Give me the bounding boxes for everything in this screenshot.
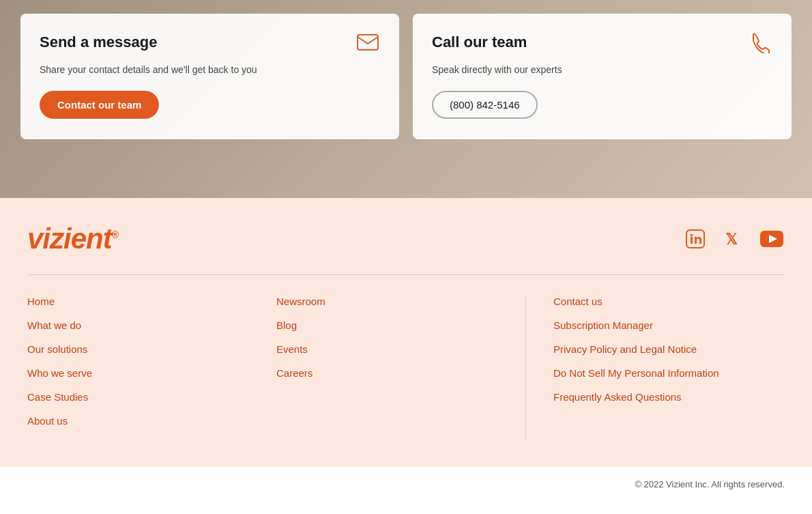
hero-section: Send a message Share your contact detail… bbox=[0, 0, 812, 198]
twitter-icon[interactable]: 𝕏 bbox=[721, 226, 746, 252]
footer-col-1: Home What we do Our solutions Who we ser… bbox=[27, 296, 276, 439]
footer-nav: Home What we do Our solutions Who we ser… bbox=[0, 275, 812, 466]
nav-case-studies[interactable]: Case Studies bbox=[27, 391, 276, 403]
send-message-title: Send a message bbox=[40, 30, 380, 55]
nav-privacy-policy[interactable]: Privacy Policy and Legal Notice bbox=[553, 343, 785, 355]
nav-about-us[interactable]: About us bbox=[27, 415, 276, 427]
footer-bottom: © 2022 Vizient Inc. All rights reserved. bbox=[0, 466, 812, 502]
phone-icon bbox=[748, 30, 772, 55]
svg-rect-0 bbox=[358, 35, 378, 50]
youtube-icon[interactable] bbox=[759, 226, 785, 252]
svg-rect-2 bbox=[691, 237, 693, 244]
footer: vizient® 𝕏 bbox=[0, 198, 812, 502]
footer-col-2: Newsroom Blog Events Careers bbox=[276, 296, 525, 439]
linkedin-icon[interactable] bbox=[682, 226, 708, 252]
call-our-team-desc: Speak directly with our experts bbox=[432, 63, 772, 77]
nav-what-we-do[interactable]: What we do bbox=[27, 319, 276, 331]
send-message-desc: Share your contact details and we'll get… bbox=[40, 63, 380, 77]
contact-cards-container: Send a message Share your contact detail… bbox=[0, 0, 812, 160]
nav-subscription-manager[interactable]: Subscription Manager bbox=[553, 319, 785, 331]
nav-who-we-serve[interactable]: Who we serve bbox=[27, 367, 276, 379]
svg-text:𝕏: 𝕏 bbox=[725, 231, 738, 248]
contact-our-team-button[interactable]: Contact our team bbox=[40, 91, 159, 119]
nav-careers[interactable]: Careers bbox=[276, 367, 525, 379]
footer-col-3: Contact us Subscription Manager Privacy … bbox=[525, 296, 785, 439]
nav-our-solutions[interactable]: Our solutions bbox=[27, 343, 276, 355]
call-our-team-title: Call our team bbox=[432, 30, 772, 55]
nav-home[interactable]: Home bbox=[27, 296, 276, 307]
nav-contact-us[interactable]: Contact us bbox=[553, 296, 785, 307]
footer-top: vizient® 𝕏 bbox=[0, 198, 812, 274]
social-icons-container: 𝕏 bbox=[682, 226, 785, 252]
call-our-team-card: Call our team Speak directly with our ex… bbox=[413, 14, 792, 139]
nav-do-not-sell[interactable]: Do Not Sell My Personal Information bbox=[553, 367, 785, 379]
nav-newsroom[interactable]: Newsroom bbox=[276, 296, 525, 307]
footer-left-nav: Home What we do Our solutions Who we ser… bbox=[27, 296, 525, 439]
nav-blog[interactable]: Blog bbox=[276, 319, 525, 331]
copyright-text: © 2022 Vizient Inc. All rights reserved. bbox=[635, 479, 785, 489]
svg-point-3 bbox=[691, 234, 693, 237]
email-icon bbox=[356, 30, 380, 55]
phone-number-button[interactable]: (800) 842-5146 bbox=[432, 91, 538, 119]
nav-events[interactable]: Events bbox=[276, 343, 525, 355]
footer-logo: vizient® bbox=[27, 223, 118, 255]
send-message-card: Send a message Share your contact detail… bbox=[20, 14, 399, 139]
nav-faq[interactable]: Frequently Asked Questions bbox=[553, 391, 785, 403]
